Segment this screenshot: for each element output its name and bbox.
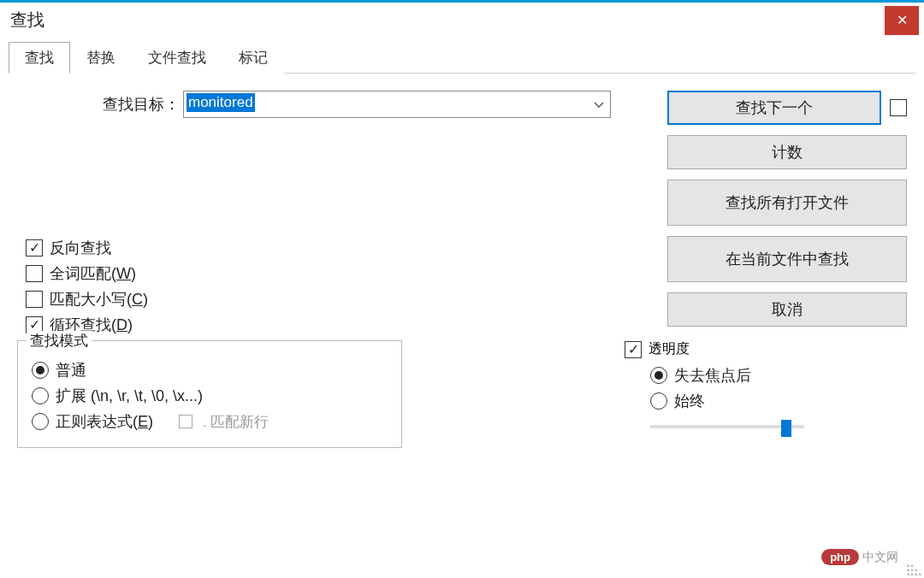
close-icon: ✕: [897, 12, 908, 28]
find-row: 查找目标： monitored: [17, 91, 659, 118]
find-label: 查找目标：: [103, 94, 180, 115]
groups-row: 查找模式 普通 扩展 (\n, \r, \t, \0, \x...) 正则表达式…: [0, 340, 924, 448]
watermark: php 中文网: [821, 549, 898, 565]
reverse-search-checkbox[interactable]: [26, 239, 43, 257]
match-case-label: 匹配大小写(C): [50, 289, 148, 310]
mode-normal-label: 普通: [56, 360, 86, 380]
close-button[interactable]: ✕: [885, 6, 919, 35]
mode-extended-label: 扩展 (\n, \r, \t, \0, \x...): [56, 386, 203, 406]
find-combobox[interactable]: monitored: [183, 91, 611, 118]
transparency-title-row: 透明度: [625, 340, 804, 358]
resize-grip-icon[interactable]: ▪▪▪▪▪▪▪▪▪: [907, 563, 922, 576]
tab-mark[interactable]: 标记: [222, 42, 284, 74]
right-column: 查找下一个 计数 查找所有打开文件 在当前文件中查找 取消: [667, 91, 907, 340]
search-mode-group: 查找模式 普通 扩展 (\n, \r, \t, \0, \x...) 正则表达式…: [17, 340, 402, 448]
dialog-content: 查找目标： monitored 反向查找 全词匹配(W) 匹配大小写(C): [0, 74, 924, 349]
whole-word-checkbox[interactable]: [26, 265, 43, 282]
find-all-current-button[interactable]: 在当前文件中查找: [667, 236, 907, 282]
watermark-text: 中文网: [862, 550, 898, 565]
find-all-open-button[interactable]: 查找所有打开文件: [667, 180, 907, 226]
direction-checkbox[interactable]: [890, 99, 907, 116]
window-title: 查找: [10, 9, 44, 32]
left-column: 查找目标： monitored 反向查找 全词匹配(W) 匹配大小写(C): [17, 91, 667, 340]
trans-always-label: 始终: [674, 391, 705, 411]
whole-word-row: 全词匹配(W): [26, 263, 659, 284]
transparency-inner: 失去焦点后 始终: [625, 365, 804, 435]
tab-bar: 查找 替换 文件查找 标记: [9, 41, 915, 74]
slider-thumb[interactable]: [781, 420, 791, 437]
find-input[interactable]: [183, 91, 611, 118]
match-newline-label: . 匹配新行: [203, 412, 269, 432]
transparency-title: 透明度: [649, 340, 690, 358]
trans-always-radio[interactable]: [650, 392, 667, 410]
wrap-around-row: 循环查找(D): [26, 315, 659, 335]
count-button[interactable]: 计数: [667, 135, 907, 169]
mode-normal-row: 普通: [32, 360, 388, 380]
trans-lose-focus-row: 失去焦点后: [650, 365, 804, 386]
match-newline-checkbox: [179, 415, 192, 428]
transparency-checkbox[interactable]: [625, 341, 642, 358]
tab-find[interactable]: 查找: [9, 42, 70, 74]
find-next-button[interactable]: 查找下一个: [667, 91, 881, 125]
cancel-button[interactable]: 取消: [667, 292, 907, 327]
titlebar: 查找 ✕: [0, 0, 924, 38]
tab-find-in-files[interactable]: 文件查找: [132, 42, 222, 74]
reverse-search-row: 反向查找: [26, 238, 659, 258]
mode-extended-radio[interactable]: [32, 387, 49, 404]
mode-regex-label: 正则表达式(E): [56, 411, 153, 432]
tab-replace[interactable]: 替换: [70, 42, 132, 74]
options-block: 反向查找 全词匹配(W) 匹配大小写(C) 循环查找(D): [17, 238, 659, 335]
match-case-checkbox[interactable]: [26, 291, 43, 308]
mode-regex-radio[interactable]: [32, 413, 49, 430]
transparency-slider[interactable]: [650, 418, 804, 435]
trans-lose-focus-label: 失去焦点后: [674, 365, 751, 386]
find-next-row: 查找下一个: [667, 91, 907, 125]
search-mode-title: 查找模式: [27, 331, 92, 351]
mode-extended-row: 扩展 (\n, \r, \t, \0, \x...): [32, 386, 388, 406]
match-case-row: 匹配大小写(C): [26, 289, 659, 310]
transparency-group: 透明度 失去焦点后 始终: [625, 340, 804, 448]
mode-normal-radio[interactable]: [32, 362, 49, 379]
trans-always-row: 始终: [650, 391, 804, 411]
mode-regex-row: 正则表达式(E) . 匹配新行: [32, 411, 388, 432]
reverse-search-label: 反向查找: [50, 238, 111, 258]
match-newline-row: . 匹配新行: [179, 412, 269, 432]
watermark-pill: php: [821, 549, 859, 565]
trans-lose-focus-radio[interactable]: [650, 367, 667, 384]
whole-word-label: 全词匹配(W): [50, 263, 136, 284]
